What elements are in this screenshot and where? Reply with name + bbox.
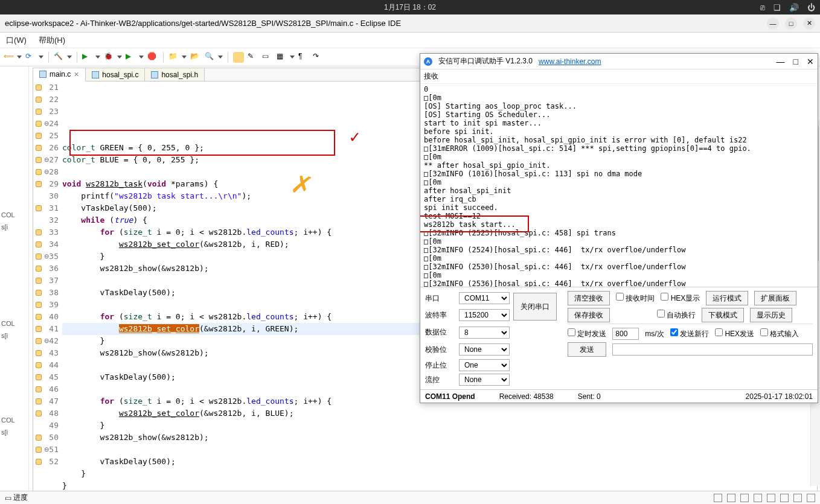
file-icon [151, 71, 158, 78]
editor-tab[interactable]: hosal_spi.h [145, 68, 205, 81]
run-ext-icon[interactable]: ▶ [126, 52, 136, 63]
tx-count: Sent: 0 [578, 392, 601, 401]
dlmode-button[interactable]: 下载模式 [702, 308, 744, 322]
status-icon[interactable] [754, 494, 762, 502]
data-label: 数据位 [425, 327, 455, 337]
serial-titlebar[interactable]: A 安信可串口调试助手 V1.2.3.0 www.ai-thinker.com … [420, 54, 818, 69]
hammer-icon[interactable]: 🔨 [54, 52, 65, 63]
hexshow-checkbox[interactable]: HEX显示 [661, 293, 700, 304]
status-icon[interactable] [714, 494, 722, 502]
status-bar: ▭ 进度 [0, 491, 820, 504]
file-icon [92, 71, 99, 78]
timed-send-checkbox[interactable]: 定时发送 [568, 328, 606, 339]
data-select[interactable]: 8 [459, 327, 510, 339]
app-icon: A [424, 57, 432, 66]
run-icon[interactable]: ▶ [82, 52, 93, 63]
hexsend-checkbox[interactable]: HEX发送 [715, 328, 754, 339]
volume-icon[interactable]: 🔊 [789, 3, 799, 12]
maximize-button[interactable]: □ [793, 57, 798, 66]
serial-tool-window[interactable]: A 安信可串口调试助手 V1.2.3.0 www.ai-thinker.com … [420, 53, 818, 403]
format-checkbox[interactable]: 格式输入 [760, 328, 799, 339]
debug-icon[interactable]: 🐞 [104, 52, 115, 63]
editor-tab[interactable]: hosal_spi.c [86, 68, 145, 81]
stop-icon[interactable]: 🛑 [147, 52, 158, 63]
file-icon [39, 71, 46, 78]
baud-select[interactable]: 115200 [459, 309, 510, 321]
menu-bar[interactable]: 口(W) 帮助(H) [0, 33, 820, 48]
folder2-icon[interactable]: 📂 [190, 52, 201, 63]
minimize-button[interactable]: — [777, 57, 785, 66]
close-port-button[interactable]: 关闭串口 [513, 293, 557, 321]
port-select[interactable]: COM11 [459, 292, 510, 304]
serial-status-bar: COM11 Opend Received: 48538 Sent: 0 2025… [420, 389, 818, 403]
send-input[interactable] [612, 343, 813, 356]
minimize-button[interactable]: — [767, 18, 779, 30]
flow-select[interactable]: None [459, 374, 510, 386]
back-icon[interactable]: ⟸ [4, 52, 14, 63]
box-icon[interactable]: ▭ [262, 52, 273, 63]
send-button[interactable]: 发送 [568, 342, 606, 357]
search-icon[interactable]: 🔍 [205, 52, 216, 63]
history-button[interactable]: 显示历史 [750, 308, 792, 322]
tray-icon[interactable]: ❏ [774, 3, 781, 12]
rxtime-checkbox[interactable]: 接收时间 [616, 293, 655, 304]
close-button[interactable]: ✕ [807, 57, 814, 66]
stop-select[interactable]: One [459, 359, 510, 371]
wand-icon[interactable]: ✎ [248, 52, 258, 63]
status-icon[interactable] [793, 494, 802, 502]
flow-label: 流控 [425, 375, 455, 385]
marker-icon[interactable] [233, 52, 244, 63]
step-icon[interactable]: ↷ [313, 52, 324, 63]
serial-title: 安信可串口调试助手 V1.2.3.0 [438, 56, 533, 66]
close-button[interactable]: ✕ [803, 18, 815, 30]
runmode-button[interactable]: 运行模式 [706, 291, 748, 305]
annotation-check-icon: ✓ [350, 131, 360, 143]
status-progress: 进度 [13, 493, 28, 503]
port-status: COM11 Opend [425, 392, 475, 401]
editor-tab[interactable]: main.c✕ [33, 68, 86, 81]
os-top-bar: 1月17日 18：02 ⎚ ❏ 🔊 ⏻ [0, 0, 820, 14]
menu-help[interactable]: 帮助(H) [39, 35, 65, 46]
close-tab-icon[interactable]: ✕ [74, 71, 79, 78]
parity-select[interactable]: None [459, 343, 510, 356]
system-tray: ⎚ ❏ 🔊 ⏻ [760, 3, 815, 12]
folder-icon[interactable]: 📁 [168, 52, 179, 63]
power-icon[interactable]: ⏻ [807, 3, 815, 12]
port-label: 串口 [425, 293, 455, 304]
parity-label: 校验位 [425, 345, 455, 355]
status-time: 2025-01-17 18:02:01 [746, 392, 813, 401]
status-icon[interactable] [740, 494, 749, 502]
stop-label: 停止位 [425, 360, 455, 371]
serial-url[interactable]: www.ai-thinker.com [539, 57, 601, 66]
refresh-icon[interactable]: ⟳ [25, 52, 36, 63]
newline-checkbox[interactable]: 发送新行 [670, 328, 709, 339]
grid-icon[interactable]: ▦ [277, 52, 287, 63]
status-icon[interactable] [780, 494, 789, 502]
baud-label: 波特率 [425, 310, 455, 321]
window-titlebar[interactable]: eclipse-workspace2 - Ai-Thinker-WB2/appl… [0, 14, 820, 33]
window-title: eclipse-workspace2 - Ai-Thinker-WB2/appl… [5, 19, 761, 28]
expand-button[interactable]: 扩展面板 [754, 291, 796, 305]
interval-input[interactable] [612, 328, 639, 340]
serial-output[interactable]: 0 □[0m [OS] Starting aos_loop_proc task.… [420, 84, 818, 287]
rx-count: Received: 48538 [499, 392, 554, 401]
tray-icon[interactable]: ⎚ [760, 3, 765, 12]
para-icon[interactable]: ¶ [298, 52, 309, 63]
clear-rx-button[interactable]: 清空接收 [568, 291, 610, 305]
save-rx-button[interactable]: 保存接收 [568, 308, 610, 322]
status-icon[interactable] [767, 494, 775, 502]
maximize-button[interactable]: □ [785, 18, 797, 30]
clock: 1月17日 18：02 [384, 2, 436, 13]
status-icon[interactable] [727, 494, 735, 502]
autowrap-checkbox[interactable]: 自动换行 [657, 310, 696, 321]
left-margin: COLs[iCOLs[iCOLs[i [0, 66, 29, 504]
serial-controls: 串口 COM11 关闭串口 清空接收 接收时间 HEX显示 运行模式 扩展面板 … [420, 287, 818, 389]
status-icon[interactable] [807, 494, 815, 502]
receive-label: 接收 [420, 69, 818, 84]
menu-window[interactable]: 口(W) [6, 35, 27, 46]
